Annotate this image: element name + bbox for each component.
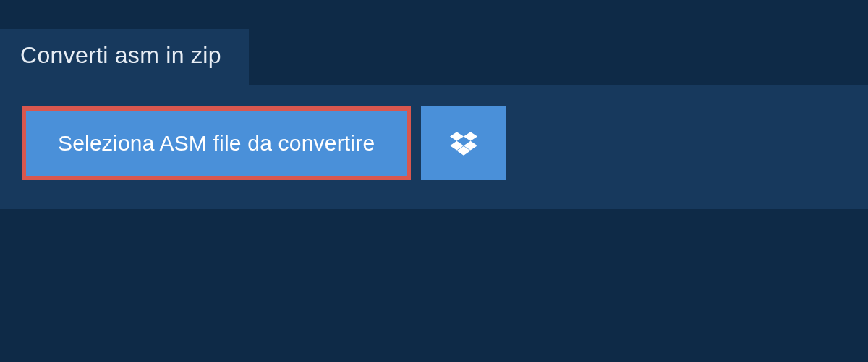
select-file-label: Seleziona ASM file da convertire	[58, 131, 375, 156]
file-select-row: Seleziona ASM file da convertire	[22, 106, 846, 180]
tab-bar: Converti asm in zip	[0, 29, 868, 85]
tab-convert-asm-zip[interactable]: Converti asm in zip	[0, 29, 249, 85]
tab-label: Converti asm in zip	[20, 42, 221, 68]
dropbox-button[interactable]	[421, 106, 506, 180]
dropbox-icon	[450, 130, 477, 157]
converter-panel: Seleziona ASM file da convertire	[0, 85, 868, 209]
select-file-button[interactable]: Seleziona ASM file da convertire	[22, 106, 411, 180]
